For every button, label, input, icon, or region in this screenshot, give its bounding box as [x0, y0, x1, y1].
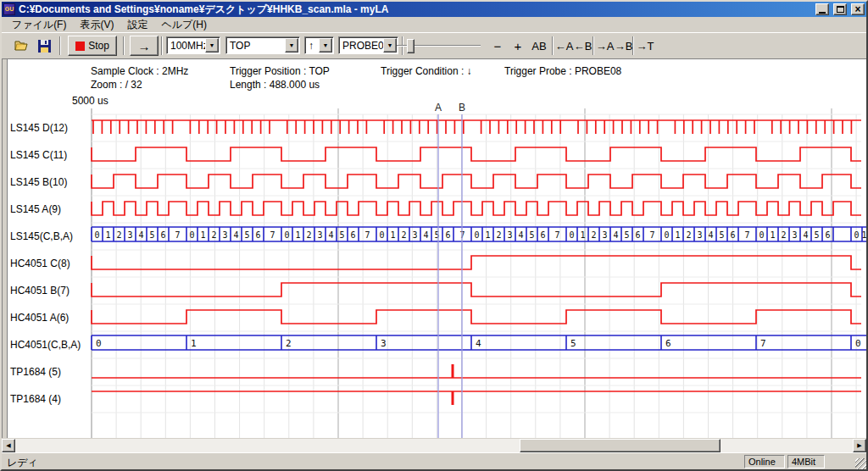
svg-text:5: 5 [814, 230, 819, 240]
svg-text:4: 4 [803, 230, 808, 240]
toolbar: Stop → 100MHz ▼ TOP ▼ ↑ ▼ PROBE00 ▼ − + … [2, 32, 866, 59]
zoom-out-button[interactable]: − [490, 36, 505, 55]
stop-button[interactable]: Stop [68, 36, 117, 56]
svg-text:1: 1 [485, 230, 490, 240]
run-button[interactable]: → [130, 36, 159, 56]
scroll-right-button[interactable]: ▶ [853, 439, 866, 452]
app-window: GU C:¥Documents and Settings¥noname¥デスクト… [0, 0, 868, 471]
menu-view[interactable]: 表示(V) [73, 17, 120, 33]
goto-trigger-button[interactable]: →T [636, 36, 654, 55]
svg-text:6: 6 [350, 230, 355, 240]
svg-text:0: 0 [96, 338, 102, 349]
svg-text:6: 6 [255, 230, 260, 240]
menu-file[interactable]: ファイル(F) [5, 17, 73, 33]
svg-text:2: 2 [286, 338, 292, 349]
svg-text:5: 5 [529, 230, 534, 240]
svg-text:1: 1 [675, 230, 680, 240]
svg-text:0: 0 [664, 230, 669, 240]
svg-text:0: 0 [855, 338, 861, 349]
save-button[interactable] [36, 37, 53, 54]
goto-b-right-button[interactable]: →B [615, 36, 632, 55]
chevron-down-icon[interactable]: ▼ [383, 38, 397, 53]
svg-text:1: 1 [191, 338, 197, 349]
svg-text:7: 7 [270, 230, 275, 240]
svg-text:2: 2 [591, 230, 596, 240]
svg-text:1: 1 [580, 230, 585, 240]
svg-text:0: 0 [379, 230, 384, 240]
svg-text:1: 1 [295, 230, 300, 240]
stop-icon [75, 42, 85, 51]
chevron-down-icon[interactable]: ▼ [205, 38, 219, 53]
svg-text:2: 2 [116, 230, 121, 240]
svg-text:7: 7 [364, 230, 370, 240]
stop-label: Stop [88, 40, 109, 52]
svg-text:4: 4 [233, 230, 238, 240]
open-file-button[interactable] [14, 37, 31, 54]
svg-text:6: 6 [160, 230, 165, 240]
svg-text:7: 7 [649, 230, 654, 240]
svg-text:2: 2 [306, 230, 311, 240]
svg-text:2: 2 [496, 230, 501, 240]
svg-text:4: 4 [423, 230, 428, 240]
svg-text:3: 3 [602, 230, 607, 240]
menu-settings[interactable]: 設定 [120, 17, 154, 33]
menu-help[interactable]: ヘルプ(H) [154, 17, 214, 33]
goto-a-right-button[interactable]: →A [596, 36, 614, 55]
resize-grip[interactable] [855, 458, 866, 469]
svg-text:0: 0 [569, 230, 574, 240]
svg-text:4: 4 [708, 230, 713, 240]
zoom-in-button[interactable]: + [510, 36, 526, 55]
svg-text:1: 1 [200, 230, 205, 240]
trigger-probe-combo[interactable]: PROBE00 ▼ [338, 36, 398, 54]
svg-text:3: 3 [317, 230, 322, 240]
minimize-icon [819, 12, 826, 14]
ab-button[interactable]: AB [529, 36, 549, 55]
waveform-canvas[interactable]: 0123456701234567012345670123456701234567… [2, 59, 866, 438]
open-folder-icon [14, 40, 30, 52]
goto-a-left-button[interactable]: ←A [555, 36, 573, 55]
chevron-down-icon[interactable]: ▼ [319, 38, 332, 53]
close-icon: × [854, 5, 860, 14]
svg-text:1: 1 [390, 230, 395, 240]
app-icon: GU [3, 3, 15, 15]
status-online: Online [744, 455, 785, 468]
trigger-position-value: TOP [226, 40, 285, 52]
svg-text:4: 4 [476, 338, 481, 349]
minimize-button[interactable] [815, 3, 829, 15]
svg-text:6: 6 [540, 230, 545, 240]
svg-text:3: 3 [697, 230, 702, 240]
svg-text:7: 7 [175, 230, 180, 240]
toolbar-separator [123, 36, 125, 55]
trigger-edge-combo[interactable]: ↑ ▼ [304, 36, 334, 54]
toolbar-separator [552, 36, 554, 55]
svg-text:3: 3 [792, 230, 797, 240]
svg-text:4: 4 [518, 230, 523, 240]
svg-text:2: 2 [781, 230, 786, 240]
close-button[interactable]: × [851, 3, 865, 15]
scrollbar-thumb[interactable] [520, 439, 721, 452]
svg-text:7: 7 [554, 230, 559, 240]
window-title: C:¥Documents and Settings¥noname¥デスクトップ¥… [18, 3, 811, 17]
svg-text:6: 6 [665, 338, 671, 349]
statusbar: レディ Online 4MBit [2, 452, 866, 469]
chevron-down-icon[interactable]: ▼ [285, 38, 298, 53]
zoom-slider-handle[interactable] [407, 39, 415, 53]
svg-text:7: 7 [744, 230, 749, 240]
trigger-position-combo[interactable]: TOP ▼ [225, 36, 300, 54]
maximize-button[interactable] [833, 3, 847, 15]
svg-text:0: 0 [854, 230, 859, 240]
svg-text:2: 2 [686, 230, 691, 240]
svg-text:6: 6 [635, 230, 640, 240]
svg-text:5: 5 [719, 230, 724, 240]
trigger-edge-value: ↑ [305, 40, 319, 52]
svg-text:3: 3 [412, 230, 417, 240]
toolbar-separator [161, 36, 163, 55]
svg-text:6: 6 [825, 230, 830, 240]
horizontal-scrollbar[interactable]: ◀ ▶ [2, 438, 866, 452]
svg-text:0: 0 [759, 230, 764, 240]
scroll-left-button[interactable]: ◀ [2, 439, 15, 452]
sample-clock-combo[interactable]: 100MHz ▼ [166, 36, 220, 54]
svg-text:6: 6 [730, 230, 735, 240]
svg-text:1: 1 [105, 230, 110, 240]
goto-b-left-button[interactable]: ←B [574, 36, 592, 55]
